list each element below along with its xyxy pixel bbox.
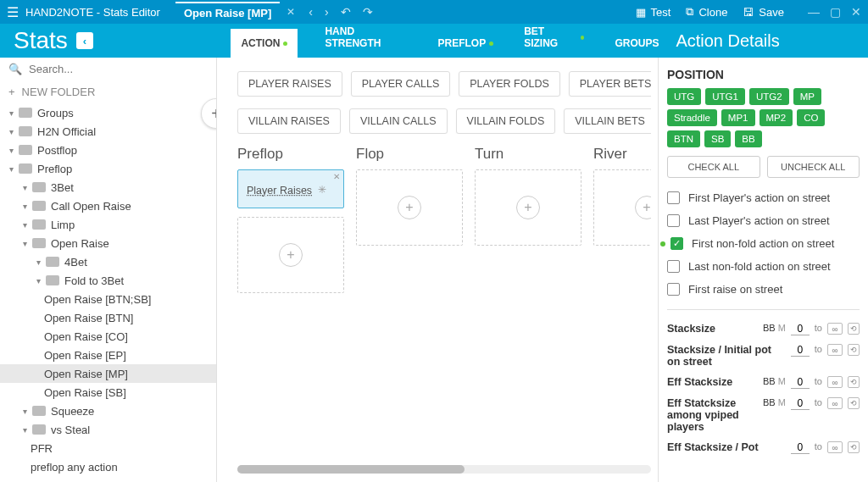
tree-groups[interactable]: ▾Groups [0, 103, 216, 122]
position-chip[interactable]: SB [704, 130, 731, 147]
position-chip[interactable]: MP1 [721, 109, 755, 126]
tree-h2n-official[interactable]: ▾H2N Official [0, 122, 216, 141]
range-from-input[interactable] [791, 323, 810, 335]
tree-or-btn[interactable]: Open Raise [BTN] [0, 308, 216, 327]
check-row[interactable]: ✓First non-fold action on street [667, 232, 860, 255]
infinity-icon[interactable]: ∞ [827, 441, 843, 453]
reset-icon[interactable]: ⟲ [848, 441, 860, 453]
range-from-input[interactable] [791, 376, 810, 389]
range-from-input[interactable] [791, 441, 810, 454]
action-pill[interactable]: PLAYER RAISES [237, 71, 342, 97]
checkbox[interactable] [667, 260, 680, 273]
turn-dropzone[interactable]: + [475, 169, 581, 246]
add-action-button[interactable]: + [635, 196, 651, 219]
tree-squeeze[interactable]: ▾Squeeze [0, 402, 216, 420]
tab-close-icon[interactable]: ✕ [287, 6, 295, 18]
check-row[interactable]: Last non-fold action on street [667, 255, 860, 278]
tree-or-ep[interactable]: Open Raise [EP] [0, 346, 216, 364]
tree-or-sb[interactable]: Open Raise [SB] [0, 383, 216, 402]
reset-icon[interactable]: ⟲ [848, 376, 860, 388]
tab-action[interactable]: ACTION [231, 29, 298, 58]
river-dropzone[interactable]: + [593, 169, 651, 246]
tab-hand-strength[interactable]: HAND STRENGTH [321, 17, 410, 58]
reset-icon[interactable]: ⟲ [848, 323, 860, 335]
action-pill[interactable]: PLAYER BETS [569, 71, 651, 97]
check-row[interactable]: First raise on street [667, 278, 860, 301]
tree-vs-steal[interactable]: ▾vs Steal [0, 420, 216, 439]
tree-fold-to-3bet[interactable]: ▾Fold to 3Bet [0, 271, 216, 290]
position-chip[interactable]: BTN [667, 130, 700, 147]
tab-preflop[interactable]: PREFLOP [434, 29, 497, 58]
action-pill[interactable]: PLAYER FOLDS [459, 71, 560, 97]
action-pill[interactable]: PLAYER CALLS [351, 71, 450, 97]
add-action-button[interactable]: + [398, 196, 421, 219]
reset-icon[interactable]: ⟲ [848, 344, 860, 356]
bb-toggle[interactable]: BBM [763, 376, 786, 386]
infinity-icon[interactable]: ∞ [827, 376, 843, 388]
bb-toggle[interactable]: BBM [763, 323, 786, 333]
range-from-input[interactable] [791, 344, 810, 357]
position-chip[interactable]: CO [797, 109, 825, 126]
checkbox[interactable]: ✓ [670, 237, 683, 250]
action-pill[interactable]: VILLAIN CALLS [349, 108, 448, 134]
tree-preflop[interactable]: ▾Preflop [0, 159, 216, 178]
uncheck-all-button[interactable]: UNCHECK ALL [767, 156, 860, 178]
tree-or-mp[interactable]: Open Raise [MP] [0, 364, 216, 383]
checkbox[interactable] [667, 191, 680, 204]
tree-postflop[interactable]: ▾Postflop [0, 141, 216, 159]
reset-icon[interactable]: ⟲ [848, 397, 860, 409]
card-extra-icon[interactable]: ✳ [318, 184, 326, 196]
infinity-icon[interactable]: ∞ [827, 397, 843, 409]
open-tab-name[interactable]: Open Raise [MP] [175, 2, 280, 23]
checkbox[interactable] [667, 214, 680, 227]
scrollbar-thumb[interactable] [237, 465, 465, 474]
tree-4bet[interactable]: ▾4Bet [0, 252, 216, 271]
add-action-button[interactable]: + [279, 243, 303, 267]
maximize-icon[interactable]: ▢ [830, 5, 841, 19]
tree-preflop-any[interactable]: preflop any action [0, 457, 216, 476]
action-pill[interactable]: VILLAIN BETS [564, 108, 651, 134]
back-button[interactable]: ‹ [76, 32, 93, 49]
check-row[interactable]: Last Player's action on street [667, 209, 860, 232]
card-close-icon[interactable]: ✕ [333, 172, 340, 181]
tree-open-raise[interactable]: ▾Open Raise [0, 234, 216, 252]
range-from-input[interactable] [791, 397, 810, 410]
flop-dropzone[interactable]: + [356, 169, 463, 246]
action-pill[interactable]: VILLAIN RAISES [237, 108, 341, 134]
tree-call-open-raise[interactable]: ▾Call Open Raise [0, 197, 216, 215]
checkbox[interactable] [667, 283, 680, 296]
save-button[interactable]: 🖫Save [743, 6, 784, 19]
check-all-button[interactable]: CHECK ALL [667, 156, 760, 178]
infinity-icon[interactable]: ∞ [827, 344, 843, 356]
tab-groups[interactable]: GROUPS [611, 29, 662, 58]
bb-toggle[interactable]: BBM [763, 397, 786, 407]
clone-button[interactable]: ⧉Clone [686, 5, 727, 19]
menu-icon[interactable]: ☰ [7, 4, 19, 20]
tree-limp[interactable]: ▾Limp [0, 215, 216, 234]
position-chip[interactable]: MP2 [760, 109, 793, 126]
preflop-dropzone[interactable]: + [237, 217, 344, 293]
position-chip[interactable]: UTG1 [705, 88, 745, 105]
action-pill[interactable]: VILLAIN FOLDS [456, 108, 556, 134]
tab-bet-sizing[interactable]: BET SIZING [520, 17, 587, 58]
tree-or-btn-sb[interactable]: Open Raise [BTN;SB] [0, 290, 216, 308]
tree-pfr[interactable]: PFR [0, 439, 216, 457]
close-icon[interactable]: ✕ [851, 5, 861, 19]
position-chip[interactable]: MP [793, 88, 821, 105]
new-folder-button[interactable]: + NEW FOLDER [0, 80, 216, 103]
check-row[interactable]: First Player's action on street [667, 186, 860, 209]
minimize-icon[interactable]: — [808, 5, 820, 19]
search-input[interactable] [29, 63, 208, 75]
tree-3bet[interactable]: ▾3Bet [0, 178, 216, 197]
nav-prev-icon[interactable]: ‹ [309, 5, 313, 19]
add-action-button[interactable]: + [516, 196, 540, 219]
position-chip[interactable]: UTG2 [749, 88, 789, 105]
test-button[interactable]: ▦Test [636, 6, 671, 19]
tree-or-co[interactable]: Open Raise [CO] [0, 327, 216, 346]
position-chip[interactable]: Straddle [667, 109, 717, 126]
infinity-icon[interactable]: ∞ [827, 323, 843, 335]
preflop-action-card[interactable]: ✕ Player Raises ✳ [237, 169, 344, 208]
horizontal-scrollbar[interactable] [237, 465, 651, 474]
position-chip[interactable]: UTG [667, 88, 701, 105]
position-chip[interactable]: BB [735, 130, 761, 147]
